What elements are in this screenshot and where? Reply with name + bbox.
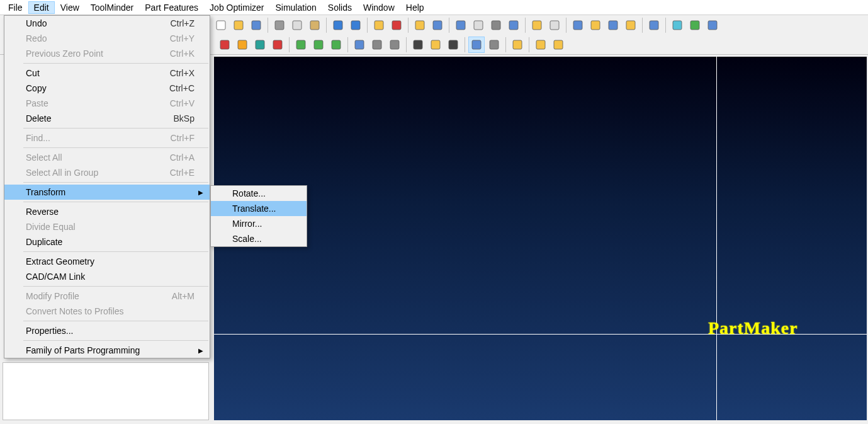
submenu-item-translate[interactable]: Translate... (211, 201, 307, 216)
toolbtn-angle[interactable] (369, 37, 385, 53)
menuitem-family-of-parts-programming[interactable]: Family of Parts Programming▶ (4, 343, 210, 358)
menuitem-label: Modify Profile (26, 291, 172, 301)
menu-part-features[interactable]: Part Features (139, 1, 204, 14)
menu-separator (23, 286, 208, 287)
toolbtn-copy[interactable] (289, 17, 305, 33)
menuitem-copy[interactable]: CopyCtrl+C (4, 81, 210, 96)
menuitem-find: Find...Ctrl+F (4, 130, 210, 146)
menuitem-reverse[interactable]: Reverse (4, 204, 210, 219)
menuitem-duplicate[interactable]: Duplicate (4, 234, 210, 249)
svg-rect-19 (591, 21, 600, 30)
toolbar-separator (529, 37, 529, 52)
menuitem-label: Redo (26, 33, 170, 43)
menuitem-properties[interactable]: Properties... (4, 323, 210, 338)
toolbtn-corner[interactable] (386, 37, 403, 53)
svg-rect-37 (431, 40, 440, 49)
toolbtn-rect-box[interactable] (269, 37, 286, 53)
menuitem-divide-equal: Divide Equal (4, 219, 210, 234)
menuitem-shortcut: Ctrl+C (169, 83, 194, 93)
submenu-item-rotate[interactable]: Rotate... (211, 186, 307, 201)
undo-icon (332, 20, 344, 31)
toolbtn-grid2[interactable] (587, 17, 604, 33)
toolbar-separator (665, 18, 666, 33)
submenu-label: Mirror... (232, 219, 291, 229)
menuitem-cad-cam-link[interactable]: CAD/CAM Link (4, 269, 210, 284)
toolbtn-doc1[interactable] (412, 17, 428, 33)
toolbtn-grid1[interactable] (570, 17, 586, 33)
toolbtn-move[interactable] (468, 37, 485, 53)
toolbtn-zoomout[interactable] (427, 37, 444, 53)
menu-separator (23, 340, 208, 341)
menuitem-cut[interactable]: CutCtrl+X (4, 66, 210, 81)
menuitem-transform[interactable]: Transform▶ (4, 185, 210, 200)
toolbtn-form1[interactable] (453, 17, 469, 33)
doc2-icon (432, 20, 443, 31)
toolbtn-wizard[interactable] (505, 17, 522, 33)
toolbtn-new[interactable] (213, 17, 229, 33)
toolbtn-paste[interactable] (307, 17, 323, 33)
toolbtn-panel1[interactable] (529, 17, 545, 33)
toolbtn-open[interactable] (230, 17, 247, 33)
toolbtn-zoomfit[interactable] (410, 37, 426, 53)
toolbtn-rect-red[interactable] (217, 37, 233, 53)
toolbtn-grid3[interactable] (605, 17, 621, 33)
rect-teal-icon (254, 39, 266, 50)
submenu-item-scale[interactable]: Scale... (211, 231, 307, 246)
menuitem-label: Family of Parts Programming (26, 345, 194, 355)
menu-view[interactable]: View (55, 1, 85, 14)
toolbtn-refresh[interactable] (687, 17, 703, 33)
toolbtn-zoomin[interactable] (445, 37, 461, 53)
menuitem-extract-geometry[interactable]: Extract Geometry (4, 254, 210, 269)
svg-rect-3 (275, 21, 284, 30)
toolbtn-bulb-arrow[interactable] (533, 37, 549, 53)
svg-rect-35 (390, 40, 399, 49)
menu-simulation[interactable]: Simulation (269, 1, 322, 14)
toolbtn-bulb2[interactable] (550, 37, 566, 53)
toolbtn-bulb1[interactable] (509, 37, 526, 53)
toolbtn-window[interactable] (486, 37, 502, 53)
menu-window[interactable]: Window (358, 1, 400, 14)
menu-help[interactable]: Help (400, 1, 430, 14)
svg-rect-42 (536, 40, 545, 49)
submenu-label: Scale... (232, 234, 291, 244)
grid4-icon (625, 20, 636, 31)
menubar: FileEditViewToolMinderPart FeaturesJob O… (0, 0, 868, 15)
toolbtn-delete[interactable] (388, 17, 405, 33)
toolbtn-phone[interactable] (669, 17, 685, 33)
submenu-item-mirror[interactable]: Mirror... (211, 216, 307, 231)
menuitem-select-all: Select AllCtrl+A (4, 150, 210, 165)
rect-orange-icon (237, 39, 248, 50)
canvas-text-overlay[interactable]: PartMaker (708, 318, 798, 338)
toolbtn-rect-orange[interactable] (234, 37, 251, 53)
viewport[interactable]: PartMaker (214, 57, 867, 420)
menuitem-delete[interactable]: DeleteBkSp (4, 111, 210, 126)
svg-rect-34 (373, 40, 381, 49)
toolbtn-folder[interactable] (371, 17, 387, 33)
menu-file[interactable]: File (3, 1, 28, 14)
form2-icon (473, 20, 484, 31)
toolbtn-undo[interactable] (330, 17, 346, 33)
menu-toolminder[interactable]: ToolMinder (85, 1, 139, 14)
toolbtn-check[interactable] (293, 37, 309, 53)
toolbtn-rect-teal[interactable] (252, 37, 268, 53)
toolbtn-clock[interactable] (488, 17, 504, 33)
svg-rect-14 (492, 21, 500, 30)
toolbtn-doc2[interactable] (429, 17, 446, 33)
svg-rect-10 (415, 21, 424, 30)
menuitem-undo[interactable]: UndoCtrl+Z (4, 16, 210, 31)
menu-solids[interactable]: Solids (322, 1, 358, 14)
toolbtn-form2[interactable] (470, 17, 487, 33)
toolbtn-redo[interactable] (347, 17, 364, 33)
toolbtn-lines[interactable] (310, 37, 327, 53)
menu-edit[interactable]: Edit (28, 1, 55, 14)
toolbtn-waves[interactable] (328, 37, 344, 53)
svg-rect-1 (234, 21, 243, 30)
menu-job-optimizer[interactable]: Job Optimizer (204, 1, 269, 14)
toolbtn-help[interactable] (704, 17, 721, 33)
toolbtn-split[interactable] (646, 17, 662, 33)
toolbtn-grid4[interactable] (623, 17, 639, 33)
toolbtn-panel2[interactable] (546, 17, 563, 33)
toolbtn-flip[interactable] (351, 37, 368, 53)
toolbtn-save[interactable] (248, 17, 264, 33)
toolbtn-cut[interactable] (271, 17, 288, 33)
